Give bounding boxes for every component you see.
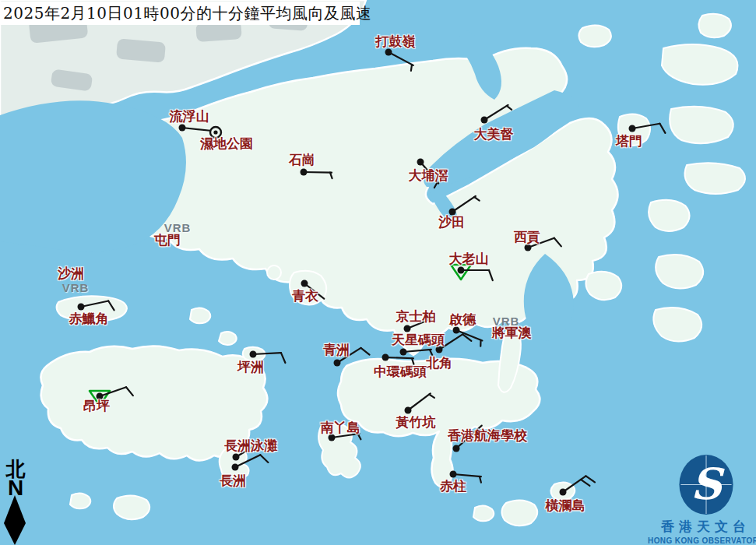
map-title: 2025年2月10日01時00分的十分鐘平均風向及風速	[3, 3, 371, 24]
land-chek-lap-kok	[57, 296, 127, 321]
hko-logo-name-zh: 香港天文台	[661, 518, 751, 536]
land-ma-wan	[267, 265, 281, 280]
wind-barb-shaft	[304, 172, 332, 173]
water-deep-bay	[0, 100, 186, 251]
wind-map: 打鼓嶺流浮山濕地公園石崗大美督塔門大埔滘沙田西貢屯門VRB大老山沙洲VRB赤鱲角…	[0, 0, 756, 545]
map-title-bar: 2025年2月10日01時00分的十分鐘平均風向及風速	[0, 2, 360, 25]
hko-logo: S 香港天文台 HONG KONG OBSERVATORY	[656, 453, 756, 545]
hko-logo-name-en: HONG KONG OBSERVATORY	[648, 536, 756, 545]
wind-barb-half-feather	[411, 65, 412, 71]
land-tsing-yi	[290, 271, 326, 305]
hong-kong-map	[0, 0, 756, 545]
wind-barb-shaft	[385, 357, 413, 358]
calm-dot-icon	[213, 130, 217, 134]
hko-logo-icon: S	[677, 453, 735, 516]
compass-north-letter: N	[8, 477, 23, 499]
svg-text:S: S	[691, 459, 725, 509]
compass: 北 N	[2, 459, 30, 499]
